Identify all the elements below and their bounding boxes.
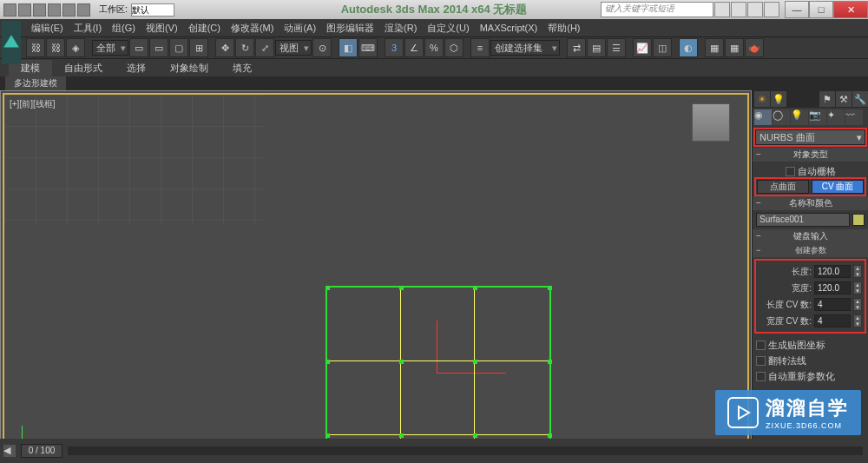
menu-group[interactable]: 组(G) bbox=[107, 20, 141, 36]
select-name-icon[interactable]: ▭ bbox=[149, 38, 168, 57]
infocenter-icon[interactable] bbox=[714, 2, 730, 17]
length-spin-buttons[interactable]: ▲▼ bbox=[853, 265, 862, 278]
cv-point[interactable] bbox=[399, 433, 404, 438]
selection-filter[interactable]: 全部 bbox=[92, 40, 128, 56]
object-color-swatch[interactable] bbox=[852, 214, 865, 226]
width-spinner[interactable]: 120.0 bbox=[814, 281, 851, 294]
cv-point[interactable] bbox=[473, 360, 477, 364]
sun-icon[interactable]: ☀ bbox=[754, 91, 770, 107]
auto-reparam-checkbox[interactable] bbox=[756, 372, 766, 381]
exchange-icon[interactable] bbox=[747, 2, 763, 17]
menu-render[interactable]: 渲染(R) bbox=[379, 20, 422, 36]
cv-point[interactable] bbox=[548, 286, 552, 290]
menu-help[interactable]: 帮助(H) bbox=[542, 20, 585, 36]
app-logo-icon[interactable] bbox=[2, 21, 21, 64]
mirror-icon[interactable]: ⇄ bbox=[567, 38, 586, 57]
qat-save-icon[interactable] bbox=[33, 3, 46, 17]
scale-icon[interactable]: ⤢ bbox=[255, 38, 274, 57]
qat-undo-icon[interactable] bbox=[48, 3, 61, 17]
qat-redo-icon[interactable] bbox=[62, 3, 76, 17]
cv-point[interactable] bbox=[548, 360, 552, 364]
object-name-input[interactable]: Surface001 bbox=[756, 213, 850, 227]
pivot-icon[interactable]: ⊙ bbox=[312, 38, 332, 57]
wrench-icon[interactable]: 🔧 bbox=[852, 91, 868, 107]
cv-point[interactable] bbox=[548, 433, 552, 438]
cv-point[interactable] bbox=[473, 286, 477, 290]
width-spin-buttons[interactable]: ▲▼ bbox=[853, 281, 862, 294]
spacewarps-tab-icon[interactable]: 〰 bbox=[845, 109, 863, 125]
menu-edit[interactable]: 编辑(E) bbox=[26, 20, 69, 36]
minimize-button[interactable]: — bbox=[785, 1, 809, 18]
menu-view[interactable]: 视图(V) bbox=[141, 20, 183, 36]
flag-icon[interactable]: ⚑ bbox=[819, 91, 835, 107]
cv-point[interactable] bbox=[473, 433, 477, 438]
named-sel-set[interactable]: 创建选择集 bbox=[490, 40, 560, 56]
lights-tab-icon[interactable]: 💡 bbox=[791, 109, 808, 125]
length-cv-spin-buttons[interactable]: ▲▼ bbox=[853, 298, 862, 311]
render-icon[interactable]: 🫖 bbox=[745, 38, 764, 57]
maximize-button[interactable]: □ bbox=[809, 1, 833, 18]
flip-normals-checkbox[interactable] bbox=[756, 356, 766, 366]
helpers-tab-icon[interactable]: ✦ bbox=[827, 109, 845, 125]
menu-modifier[interactable]: 修改器(M) bbox=[226, 20, 279, 36]
render-setup-icon[interactable]: ▦ bbox=[705, 38, 724, 57]
link-icon[interactable]: ⛓ bbox=[26, 38, 45, 57]
align-icon[interactable]: ▤ bbox=[587, 38, 606, 57]
angle-snap-icon[interactable]: ∠ bbox=[404, 38, 424, 57]
qat-new-icon[interactable] bbox=[3, 3, 16, 17]
manipulate-icon[interactable]: ◧ bbox=[339, 38, 358, 57]
window-crossing-icon[interactable]: ⊞ bbox=[189, 38, 208, 57]
help-icon[interactable] bbox=[764, 2, 779, 17]
menu-grapheditor[interactable]: 图形编辑器 bbox=[321, 20, 379, 36]
cv-point[interactable] bbox=[399, 360, 404, 364]
length-spinner[interactable]: 120.0 bbox=[814, 265, 851, 278]
render-frame-icon[interactable]: ▦ bbox=[725, 38, 744, 57]
menu-customize[interactable]: 自定义(U) bbox=[422, 20, 474, 36]
cv-point[interactable] bbox=[326, 286, 330, 290]
workspace-select[interactable]: 默认 bbox=[131, 3, 174, 17]
tab-freeform[interactable]: 自由形式 bbox=[52, 60, 115, 76]
select-icon[interactable]: ▭ bbox=[129, 38, 148, 57]
hammer-icon[interactable]: ⚒ bbox=[836, 91, 852, 107]
schematic-icon[interactable]: ◫ bbox=[653, 38, 672, 57]
length-cv-spinner[interactable]: 4 bbox=[814, 298, 851, 311]
qat-open-icon[interactable] bbox=[18, 3, 31, 17]
snap-toggle-icon[interactable]: 3 bbox=[385, 38, 404, 57]
tab-selection[interactable]: 选择 bbox=[115, 60, 158, 76]
geometry-tab-icon[interactable]: ◉ bbox=[754, 109, 772, 125]
curve-editor-icon[interactable]: 📈 bbox=[633, 38, 652, 57]
menu-create[interactable]: 创建(C) bbox=[183, 20, 226, 36]
edit-sel-set-icon[interactable]: ≡ bbox=[470, 38, 490, 57]
width-cv-spinner[interactable]: 4 bbox=[814, 314, 851, 327]
keyboard-icon[interactable]: ⌨ bbox=[358, 38, 378, 57]
layer-icon[interactable]: ☰ bbox=[607, 38, 626, 57]
rotate-icon[interactable]: ↻ bbox=[235, 38, 254, 57]
select-region-icon[interactable]: ▢ bbox=[169, 38, 188, 57]
percent-snap-icon[interactable]: % bbox=[424, 38, 444, 57]
viewport[interactable]: [+][前][线框] /*points drawn below via loop… bbox=[0, 90, 752, 463]
menu-tools[interactable]: 工具(I) bbox=[69, 20, 107, 36]
viewcube[interactable] bbox=[692, 103, 730, 142]
move-icon[interactable]: ✥ bbox=[215, 38, 234, 57]
time-track[interactable] bbox=[68, 446, 863, 455]
tab-populate[interactable]: 填充 bbox=[220, 60, 264, 76]
keyboard-entry-header[interactable]: 键盘输入 bbox=[753, 229, 868, 243]
gen-uv-checkbox[interactable] bbox=[756, 341, 766, 350]
polygon-modeling-panel[interactable]: 多边形建模 bbox=[5, 76, 66, 90]
autogrid-checkbox[interactable] bbox=[786, 167, 795, 176]
shapes-tab-icon[interactable]: ◯ bbox=[773, 109, 790, 125]
signin-icon[interactable] bbox=[731, 2, 746, 17]
menu-animation[interactable]: 动画(A) bbox=[279, 20, 321, 36]
tab-objectpaint[interactable]: 对象绘制 bbox=[158, 60, 220, 76]
ref-coord-system[interactable]: 视图 bbox=[275, 40, 312, 56]
search-input[interactable]: 键入关键字或短语 bbox=[601, 2, 713, 17]
bind-icon[interactable]: ◈ bbox=[66, 38, 85, 57]
category-dropdown[interactable]: NURBS 曲面 bbox=[755, 129, 865, 145]
create-params-header[interactable]: 创建参数 bbox=[753, 243, 868, 257]
time-config-icon[interactable]: ◀ bbox=[3, 445, 16, 457]
menu-maxscript[interactable]: MAXScript(X) bbox=[475, 21, 543, 35]
cv-point[interactable] bbox=[326, 360, 330, 364]
cv-surface-button[interactable]: CV 曲面 bbox=[812, 180, 864, 194]
time-slider[interactable]: 0 / 100 bbox=[21, 444, 62, 458]
cv-point[interactable] bbox=[326, 433, 330, 438]
